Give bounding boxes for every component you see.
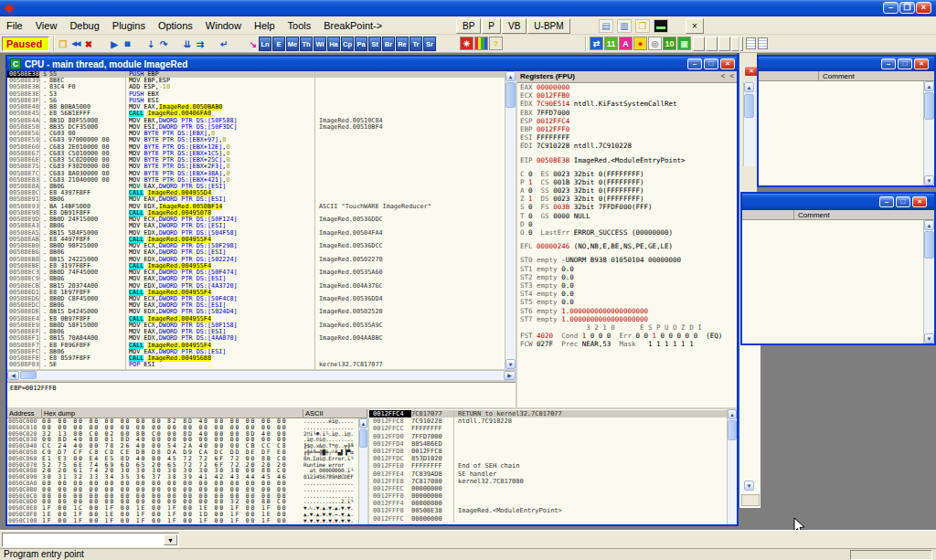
p-button[interactable]: P	[482, 18, 501, 34]
pause-icon[interactable]: ▮▮	[121, 37, 133, 51]
rows-icon[interactable]	[758, 37, 768, 49]
disasm-row[interactable]: 00508E3B.83C4 F0ADD ESP,-10	[7, 84, 505, 90]
cpu-window-button[interactable]: Cp	[341, 37, 354, 51]
step-into-icon[interactable]: ⇣	[144, 37, 157, 51]
patches-window-button[interactable]: Pa	[355, 37, 367, 51]
disasm-row[interactable]: 00508E9D.8B0D 24F15000MOV ECX,DWORD PTR …	[7, 217, 505, 223]
bp-button[interactable]: BP	[456, 18, 481, 34]
register-line[interactable]: S 0 FS 003B 32bit 7FFDF000(FFF)	[517, 203, 737, 211]
menu-item-help[interactable]: Help	[248, 17, 282, 36]
menu-item-view[interactable]: View	[29, 17, 64, 36]
monitor-icon[interactable]: ▣	[677, 37, 691, 50]
register-line[interactable]: O 0 LastErr ERROR_SUCCESS (00000000)	[517, 228, 737, 237]
handles-window-button[interactable]: Ha	[327, 37, 340, 51]
dump-pane[interactable]: AddressHex dumpASCII 0050C00000 00 00 00…	[7, 409, 367, 524]
plugin-101-icon[interactable]: 10	[663, 37, 676, 50]
scroll-down-icon[interactable]: ▼	[744, 481, 754, 491]
go-to-icon[interactable]: ↘	[247, 37, 260, 51]
command-input[interactable]: ▼	[2, 533, 179, 547]
register-line[interactable]: ECX 0012FFB0	[517, 91, 737, 100]
register-line[interactable]: EDX 7C90E514 ntdll.KiFastSystemCallRet	[517, 100, 737, 108]
blank-toolbar-button[interactable]	[718, 37, 730, 51]
dump-row[interactable]: 0050C08020 20 61 74 20 30 30 30 30 30 30…	[7, 468, 358, 474]
close-button[interactable]: ×	[916, 2, 931, 14]
stack-row[interactable]: 0012FFE47C839AD8SE handler	[369, 470, 727, 478]
register-line[interactable]: EBX 7FFD7000	[517, 109, 737, 117]
register-line[interactable]: P 1 CS 001B 32bit 0(FFFFFFFF)	[517, 178, 737, 186]
register-line[interactable]: D 0	[517, 220, 737, 228]
disasm-row[interactable]: 00508EFE.E8 8597F8FFCALL ImageRed.004956…	[7, 355, 505, 362]
stack-row[interactable]: 0012FFC87C910228ntdll.7C910228	[369, 417, 727, 425]
register-line[interactable]: ST5 empty 0.0	[517, 298, 737, 306]
dump-row[interactable]: 0050C03000 8D 40 00 01 8D 40 00 00 00 00…	[7, 437, 358, 443]
register-line[interactable]: ESI FFFFFFFF	[517, 133, 737, 142]
step-over-icon[interactable]: ↷	[157, 37, 170, 51]
stack-scrollbar[interactable]: ▲	[727, 409, 737, 524]
animate-over-icon[interactable]: ⇉	[194, 37, 207, 51]
cpu-window-titlebar[interactable]: C CPU - main thread, module ImageRed – □…	[7, 57, 737, 71]
register-line[interactable]: ESP 0012FFC4	[517, 117, 737, 125]
dump-row[interactable]: 0050C0A000 00 00 00 00 00 00 00 00 00 00…	[7, 481, 358, 487]
minimize-button[interactable]: –	[883, 2, 899, 14]
breakpoints-window-button[interactable]: Br	[382, 37, 395, 51]
comment-list[interactable]	[742, 220, 923, 343]
dump-row[interactable]: 0050C1001F 00 1F 00 1F 00 1F 00 1F 00 1F…	[7, 518, 358, 524]
stack-row[interactable]: 0012FFD07FFD7000	[369, 433, 727, 440]
register-line[interactable]: EFL 00000246 (NO,NB,E,BE,NS,PE,GE,LE)	[517, 242, 737, 250]
register-line[interactable]: EDI 7C910228 ntdll.7C910228	[517, 142, 737, 150]
dump-row[interactable]: 0050C00000 00 00 00 00 00 00 00 82 8D 40…	[7, 418, 358, 425]
register-line[interactable]: A 0 SS 0023 32bit 0(FFFFFFFF)	[517, 186, 737, 195]
register-line[interactable]: ST3 empty 0.0	[517, 281, 737, 290]
windows-window-button[interactable]: Wi	[314, 37, 326, 51]
stack-row[interactable]: 0012FFFC00000000	[369, 515, 727, 523]
stack-row[interactable]: 0012FFE0FFFFFFFFEnd of SEH chain	[369, 462, 727, 470]
command-dropdown-button[interactable]: ▼	[164, 534, 177, 545]
dump-row[interactable]: 0050C0F01E 00 1F 00 1E 00 1F 00 1F 00 1D…	[7, 512, 358, 518]
disassembly-scrollbar[interactable]: ▲ ▼	[505, 71, 516, 369]
stack-pane[interactable]: 0012FFC47C817077RETURN to kernel32.7C817…	[369, 409, 737, 524]
restart-icon[interactable]: ◀◀	[69, 37, 82, 51]
stack-row[interactable]: 0012FFF000000000	[369, 492, 727, 500]
dump-row[interactable]: 0050C0E01F 00 1C 00 1F 00 1E 00 1F 00 1E…	[7, 505, 358, 512]
dump-row[interactable]: 0050C07052 75 6E 74 69 6D 65 20 65 72 72…	[7, 462, 358, 469]
disasm-row[interactable]: 00508E3E.53PUSH EBX	[7, 91, 505, 98]
disasm-row[interactable]: 00508EC3.8B0D 74F45000MOV ECX,DWORD PTR …	[7, 269, 505, 276]
dump-scrollbar[interactable]: ▲	[358, 418, 367, 524]
disasm-row[interactable]: 00508F03.5EPOP ESIkernel32.7C817077	[7, 362, 505, 368]
plugin-a-icon[interactable]: A	[619, 37, 633, 50]
columns-icon[interactable]	[746, 37, 756, 49]
threads-window-button[interactable]: Th	[300, 37, 313, 51]
stack-window-button[interactable]: St	[368, 37, 381, 51]
register-line[interactable]: ST7 empty 1.0000000000000000000	[517, 315, 737, 323]
disasm-row[interactable]: 00508E83.C683 21040000 00MOV BYTE PTR DS…	[7, 177, 505, 184]
register-line[interactable]: EIP 00508E38 ImageRed.<ModuleEntryPoint>	[517, 156, 737, 164]
folder-icon[interactable]: ❒	[635, 19, 650, 33]
registers-pane[interactable]: Registers (FPU) < < EAX 00000000ECX 0012…	[517, 71, 737, 407]
register-line[interactable]: T 0 GS 0000 NULL	[517, 212, 737, 220]
register-line[interactable]: FCW 027F Prec NEAR,53 Mask 1 1 1 1 1 1	[517, 340, 737, 348]
stack-row[interactable]: 0012FFCCFFFFFFFF	[369, 425, 727, 432]
register-line[interactable]: EAX 00000000	[517, 83, 737, 91]
register-line[interactable]: 3 2 1 0 E S P U O Z D I	[517, 323, 737, 332]
disassembly-hscrollbar[interactable]: ◀ ▶	[7, 370, 516, 380]
references-window-button[interactable]: Re	[396, 37, 409, 51]
toolbar-close-button[interactable]: ×	[686, 18, 704, 34]
register-line[interactable]: ST4 empty 0.0	[517, 290, 737, 298]
execute-till-return-icon[interactable]: ↵	[218, 37, 230, 51]
spiral-icon[interactable]: ◎	[648, 37, 662, 50]
menu-item-debug[interactable]: Debug	[63, 17, 105, 36]
disasm-row[interactable]: 00508EB0.8B0D 98F25000MOV ECX,DWORD PTR …	[7, 243, 505, 249]
sync-icon[interactable]: ⇄	[590, 37, 603, 50]
executables-window-button[interactable]: E	[272, 37, 285, 51]
disasm-row[interactable]: 00508EF7.E8 F896F8FFCALL ImageRed.004955…	[7, 343, 505, 349]
close-button[interactable]: ×	[914, 58, 929, 69]
stack-row[interactable]: 0012FFF800508E38ImageRed.<ModuleEntryPoi…	[369, 507, 727, 514]
vb-button[interactable]: VB	[502, 18, 526, 34]
menu-item-window[interactable]: Window	[199, 17, 248, 36]
blank-toolbar-button[interactable]	[693, 37, 705, 51]
log-window-button[interactable]: Ln	[259, 37, 271, 51]
disasm-row[interactable]: 00508E39.8BECMOV EBP,ESP	[7, 78, 505, 84]
stack-row[interactable]: 0012FFE87C817080kernel32.7C817080	[369, 478, 727, 485]
dump-row[interactable]: 0050C040CC 24 40 00 78 26 40 00 54 2A 40…	[7, 443, 358, 449]
terminal-icon[interactable]: ▬	[654, 19, 668, 33]
